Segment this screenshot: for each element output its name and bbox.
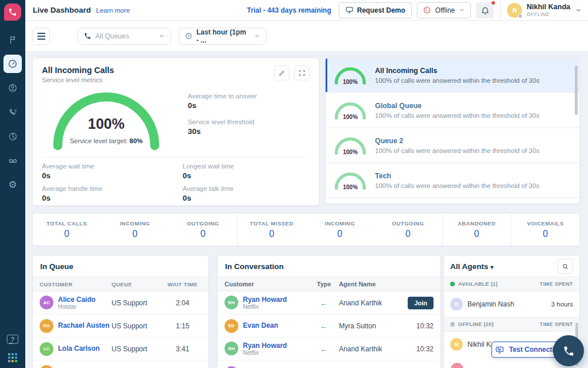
expand-icon (298, 69, 306, 77)
wait-time-cell: 1:15 (164, 322, 202, 330)
user-menu[interactable]: N Nikhil Kanda OFFLINE (507, 3, 582, 18)
queue-description: 100% of calls were answered within the t… (375, 112, 539, 119)
queue-list-item[interactable]: 100% Tech 100% of calls were answered wi… (326, 163, 579, 198)
topbar: Live Dashboard Learn more Trial - 443 da… (25, 0, 588, 21)
table-row[interactable]: LC Lola Carlson US Support 3:41 (33, 338, 208, 361)
search-icon (562, 263, 569, 270)
expand-button[interactable] (294, 66, 310, 80)
customer-name-link[interactable]: Ryan Howard (243, 342, 287, 350)
queue-name: Global Queue (375, 102, 539, 110)
voicemail-icon (7, 155, 18, 166)
table-row[interactable]: AC Alice CaidoHotstar US Support 2:04 (33, 292, 208, 315)
stat-incoming: INCOMING0 (101, 213, 169, 246)
filter-bar: All Queues Last hour (1pm - ... (25, 21, 588, 52)
sidebar-item-dashboard[interactable] (3, 55, 22, 73)
in-queue-title: In Queue (33, 256, 208, 277)
chevron-down-icon (254, 33, 260, 39)
dialer-fab-button[interactable] (553, 335, 584, 366)
queue-phone-icon (84, 32, 91, 40)
metric-service-level-threshold: Service level threshold 30s (188, 118, 310, 136)
pie-chart-icon (8, 132, 18, 141)
presence-value: Offline (435, 6, 455, 14)
customer-name-link[interactable]: Ryan Howard (243, 296, 287, 304)
presence-dropdown[interactable]: Offline (417, 2, 471, 18)
in-conversation-panel: In Conversation Customer Type Agent Name… (217, 255, 441, 368)
sidebar-item-call-metrics[interactable] (3, 103, 22, 121)
sidebar-item-voicemail[interactable] (3, 151, 22, 170)
queue-list-item[interactable]: 100% Queue 2 100% of calls were answered… (326, 128, 579, 163)
freshcaller-logo[interactable] (4, 3, 21, 21)
agent-row[interactable]: B Benjamin Nash 3 hours (444, 292, 579, 317)
avatar: LC (40, 342, 53, 356)
table-row-partial (218, 361, 440, 368)
gauge-target: Service level target: 80% (48, 137, 165, 144)
speedometer-icon (7, 59, 18, 69)
topbar-divider (500, 0, 501, 21)
table-row[interactable]: RH Ryan HowardNetflix ← Anand Karthik Jo… (218, 292, 440, 315)
table-row[interactable]: NN Nellie Norris US Support 1:43 (33, 361, 208, 368)
edit-button[interactable] (274, 66, 289, 80)
incoming-call-icon: ← (309, 321, 339, 331)
col-customer: CUSTOMER (40, 281, 111, 288)
page-title: Live Dashboard (33, 6, 91, 14)
chevron-down-icon (459, 7, 465, 13)
stat-missed-outgoing: OUTGOING0 (374, 213, 442, 246)
sidebar-item-reports[interactable] (3, 127, 22, 145)
queue-name: Queue 2 (375, 137, 539, 145)
stat-voicemails: VOICEMAILS0 (510, 213, 579, 246)
queue-list-item[interactable]: 100% All Incoming Calls 100% of calls we… (326, 58, 579, 93)
scrollbar-thumb[interactable] (575, 66, 578, 115)
customer-name-link[interactable]: Evan Dean (243, 321, 278, 329)
agents-filter-dropdown[interactable]: All Agents▾ (450, 262, 493, 271)
customer-name-link[interactable]: Alice Caido (58, 296, 95, 304)
phone-list-icon (8, 108, 18, 117)
customer-name-link[interactable]: Lola Carlson (58, 344, 100, 352)
queue-list-item[interactable]: 100% Global Queue 100% of calls were ans… (326, 93, 579, 128)
app-switcher-icon[interactable] (8, 353, 17, 362)
user-status: OFFLINE (527, 12, 570, 17)
queues-filter-value: All Queues (95, 32, 154, 40)
available-section-header: AVAILABLE (1) TIME SPENT (444, 277, 579, 292)
call-stats-bar: TOTAL CALLS0 INCOMING0 OUTGOING0 TOTAL M… (32, 213, 580, 246)
sidebar-item-settings[interactable]: ⚙ (3, 175, 22, 194)
avatar: AC (40, 296, 53, 309)
col-queue: QUEUE (111, 281, 164, 288)
stat-abandoned: ABANDONED0 (442, 213, 511, 246)
sidebar-item-contacts[interactable] (3, 79, 22, 97)
service-card-title: All Incoming Calls (42, 66, 114, 75)
offline-status-dot (450, 322, 455, 327)
stat-total-calls: TOTAL CALLS0 (33, 213, 101, 246)
customer-name-link[interactable]: Rachael Austen (58, 321, 110, 329)
help-button[interactable]: ? (7, 335, 18, 344)
table-row[interactable]: RA Rachael Austen US Support 1:15 (33, 315, 208, 338)
sidebar-item-onboarding[interactable] (3, 30, 22, 49)
mini-gauge: 100% (334, 171, 367, 190)
user-name: Nikhil Kanda (527, 3, 570, 11)
learn-more-link[interactable]: Learn more (96, 7, 130, 14)
service-card-subtitle: Service level metrics (42, 76, 114, 83)
time-range-value: Last hour (1pm - ... (196, 28, 250, 44)
avatar: RH (225, 296, 238, 309)
agent-time-spent: 3 hours (551, 301, 573, 308)
notification-dot (491, 1, 496, 5)
queue-description: 100% of calls were answered within the t… (375, 147, 539, 154)
agent-name-cell: Myra Sutton (339, 322, 404, 330)
queue-service-level-list: 100% All Incoming Calls 100% of calls we… (325, 57, 580, 204)
avatar: N (450, 338, 463, 351)
col-agent-name: Agent Name (339, 281, 404, 288)
table-row[interactable]: ED Evan Dean ← Myra Sutton 10:32 (218, 315, 440, 338)
contact-icon (7, 83, 18, 93)
request-demo-button[interactable]: Request Demo (339, 2, 412, 18)
table-row[interactable]: RH Ryan HowardNetflix ← Anand Karthik 10… (218, 338, 440, 361)
agent-search-button[interactable] (558, 259, 573, 274)
time-range-dropdown[interactable]: Last hour (1pm - ... (179, 28, 266, 45)
join-button[interactable]: Join (408, 297, 434, 309)
customer-company: Netflix (243, 304, 287, 310)
offline-phone-icon (423, 6, 431, 14)
queues-filter-dropdown[interactable]: All Queues (78, 28, 171, 45)
notifications-button[interactable] (476, 2, 494, 18)
metric-avg-talk-time: Average talk time 0s (183, 185, 310, 202)
dashboard-list-button[interactable] (32, 28, 50, 45)
metric-avg-wait-time: Average wait time 0s (42, 163, 183, 180)
wait-time-cell: 3:41 (164, 345, 202, 353)
